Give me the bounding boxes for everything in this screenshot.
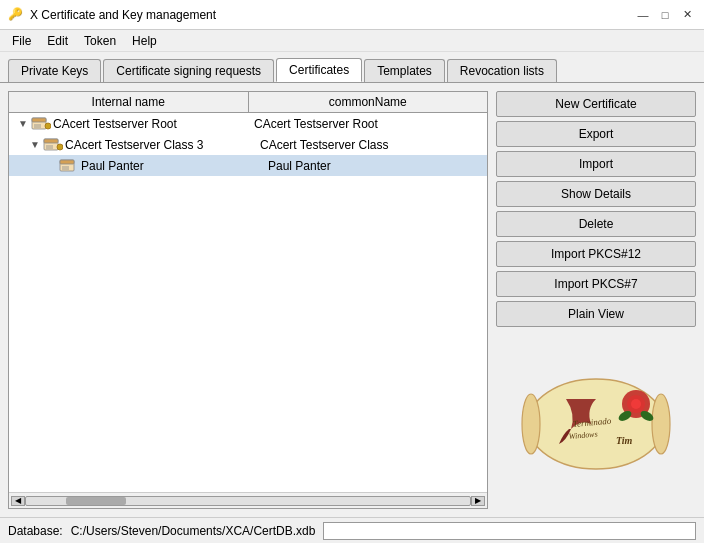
svg-point-7 — [57, 144, 63, 150]
status-label: Database: — [8, 524, 63, 538]
menu-bar: File Edit Token Help — [0, 30, 704, 52]
right-panel: New Certificate Export Import Show Detai… — [496, 91, 696, 509]
menu-edit[interactable]: Edit — [39, 32, 76, 50]
close-button[interactable]: ✕ — [678, 6, 696, 24]
tab-private-keys[interactable]: Private Keys — [8, 59, 101, 82]
tab-csr[interactable]: Certificate signing requests — [103, 59, 274, 82]
maximize-button[interactable]: □ — [656, 6, 674, 24]
tree-row[interactable]: ▶ Paul Panter Paul Panter — [9, 155, 487, 176]
tree-row[interactable]: ▼ CAcert Testserver Root CAcert Testserv… — [9, 113, 487, 134]
tree-cell-internal-name: CAcert Testserver Class 3 — [65, 138, 204, 152]
col-internal-name: Internal name — [9, 92, 249, 112]
tree-cell-common-name: Paul Panter — [264, 158, 487, 174]
tab-revocation[interactable]: Revocation lists — [447, 59, 557, 82]
tree-cell-internal-name: CAcert Testserver Root — [53, 117, 177, 131]
tab-templates[interactable]: Templates — [364, 59, 445, 82]
tree-cell-common-name: CAcert Testserver Class — [256, 137, 487, 153]
status-path: C:/Users/Steven/Documents/XCA/CertDB.xdb — [71, 524, 316, 538]
svg-point-16 — [652, 394, 670, 454]
tree-row[interactable]: ▼ CAcert Testserver Class 3 CAcert Tests… — [9, 134, 487, 155]
cert-icon — [31, 116, 51, 131]
import-pkcs12-button[interactable]: Import PKCS#12 — [496, 241, 696, 267]
status-input[interactable] — [323, 522, 696, 540]
app-logo: Terminado Windows Tim — [521, 369, 671, 479]
svg-rect-1 — [32, 118, 46, 122]
logo-area: Terminado Windows Tim — [496, 339, 696, 509]
svg-text:Tim: Tim — [616, 435, 633, 446]
scroll-track[interactable] — [25, 496, 471, 506]
window-controls: — □ ✕ — [634, 6, 696, 24]
menu-help[interactable]: Help — [124, 32, 165, 50]
status-bar: Database: C:/Users/Steven/Documents/XCA/… — [0, 517, 704, 543]
tab-certificates[interactable]: Certificates — [276, 58, 362, 82]
svg-point-19 — [631, 399, 641, 409]
svg-point-2 — [45, 123, 51, 129]
certificate-tree-panel: Internal name commonName ▼ CAcert Testse… — [8, 91, 488, 509]
scroll-thumb[interactable] — [66, 497, 126, 505]
tree-header: Internal name commonName — [9, 92, 487, 113]
scroll-right-button[interactable]: ▶ — [471, 496, 485, 506]
import-button[interactable]: Import — [496, 151, 696, 177]
tree-cell-internal-name: Paul Panter — [81, 159, 144, 173]
expand-icon[interactable]: ▼ — [17, 118, 29, 129]
plain-view-button[interactable]: Plain View — [496, 301, 696, 327]
menu-token[interactable]: Token — [76, 32, 124, 50]
scroll-bar[interactable]: ◀ ▶ — [9, 492, 487, 508]
title-bar: 🔑 X Certificate and Key management — □ ✕ — [0, 0, 704, 30]
tree-body: ▼ CAcert Testserver Root CAcert Testserv… — [9, 113, 487, 492]
cert-icon — [59, 158, 79, 173]
svg-rect-11 — [60, 160, 74, 164]
tab-bar: Private Keys Certificate signing request… — [0, 52, 704, 83]
import-pkcs7-button[interactable]: Import PKCS#7 — [496, 271, 696, 297]
scroll-left-button[interactable]: ◀ — [11, 496, 25, 506]
cert-icon — [43, 137, 63, 152]
export-button[interactable]: Export — [496, 121, 696, 147]
expand-icon: ▶ — [45, 160, 57, 171]
col-common-name: commonName — [249, 92, 488, 112]
menu-file[interactable]: File — [4, 32, 39, 50]
new-certificate-button[interactable]: New Certificate — [496, 91, 696, 117]
tree-cell-common-name: CAcert Testserver Root — [250, 116, 487, 132]
svg-rect-6 — [44, 139, 58, 143]
app-icon: 🔑 — [8, 7, 24, 23]
show-details-button[interactable]: Show Details — [496, 181, 696, 207]
main-content: Internal name commonName ▼ CAcert Testse… — [0, 83, 704, 517]
minimize-button[interactable]: — — [634, 6, 652, 24]
svg-point-15 — [522, 394, 540, 454]
delete-button[interactable]: Delete — [496, 211, 696, 237]
app-title: X Certificate and Key management — [30, 8, 216, 22]
expand-icon[interactable]: ▼ — [29, 139, 41, 150]
